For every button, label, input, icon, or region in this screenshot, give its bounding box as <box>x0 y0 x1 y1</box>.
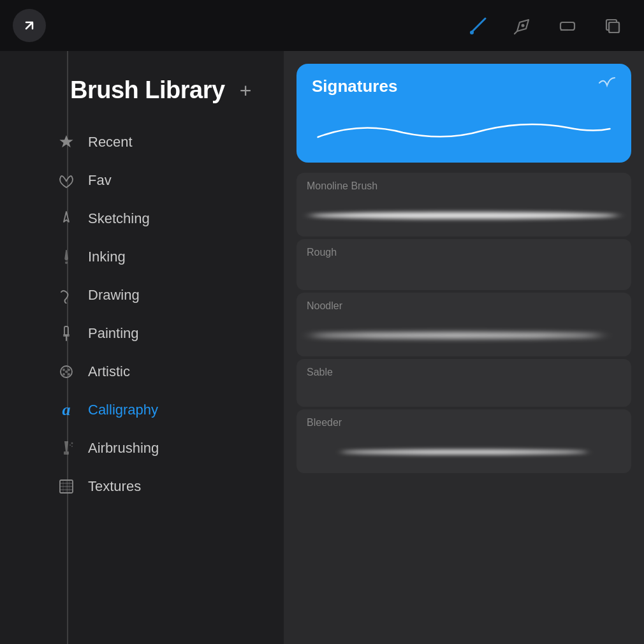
sidebar-title: Brush Library <box>70 77 225 104</box>
svg-point-2 <box>522 24 525 27</box>
canvas-divider <box>67 51 68 644</box>
sidebar-panel: Brush Library + Recent Fav <box>0 51 284 644</box>
svg-point-22 <box>71 443 73 444</box>
brush-item-name-sable: Sable <box>307 367 333 378</box>
inking-label: Inking <box>88 249 126 265</box>
svg-point-17 <box>62 373 65 376</box>
selected-brush-title: Signatures <box>312 77 397 96</box>
nav-list: Recent Fav Sketching <box>0 123 284 506</box>
add-icon: + <box>240 80 252 101</box>
sidebar-item-artistic[interactable]: Artistic <box>51 353 284 391</box>
brush-item-bleeder[interactable]: Bleeder <box>296 409 631 473</box>
sidebar-header: Brush Library + <box>0 51 284 123</box>
sidebar-item-airbrushing[interactable]: Airbrushing <box>51 429 284 467</box>
sidebar-item-inking[interactable]: Inking <box>51 238 284 276</box>
artistic-icon <box>56 362 77 382</box>
content-panel: Signatures Monoline Brush Rough <box>284 51 644 644</box>
svg-point-15 <box>62 369 65 371</box>
textures-icon <box>56 476 77 497</box>
selected-brush-stroke <box>312 112 616 150</box>
back-button[interactable] <box>13 9 46 42</box>
eraser-tool-button[interactable] <box>555 13 580 38</box>
brush-item-name-rough: Rough <box>307 247 337 258</box>
calligraphy-icon: a <box>56 400 77 420</box>
svg-rect-7 <box>609 22 619 33</box>
pen-tool-button[interactable] <box>510 13 536 38</box>
brush-item-noodler[interactable]: Noodler <box>296 293 631 356</box>
drawing-label: Drawing <box>88 287 140 304</box>
sidebar-item-fav[interactable]: Fav <box>51 161 284 200</box>
brush-tool-button[interactable] <box>465 13 491 38</box>
selected-brush-card[interactable]: Signatures <box>296 64 631 163</box>
brush-stroke-blur-noodler <box>309 322 618 349</box>
airbrushing-label: Airbrushing <box>88 440 159 457</box>
recent-label: Recent <box>88 134 133 150</box>
brush-item-name-bleeder: Bleeder <box>307 417 342 428</box>
brush-item-monoline[interactable]: Monoline Brush <box>296 173 631 237</box>
drawing-icon <box>56 285 77 305</box>
star-icon <box>56 132 77 152</box>
painting-icon <box>56 323 77 344</box>
brush-item-sable[interactable]: Sable <box>296 359 631 407</box>
svg-line-0 <box>471 18 485 33</box>
sidebar-item-painting[interactable]: Painting <box>51 314 284 353</box>
sidebar-item-sketching[interactable]: Sketching <box>51 200 284 238</box>
brush-item-rough[interactable]: Rough <box>296 239 631 290</box>
sketching-label: Sketching <box>88 210 150 227</box>
toolbar-tools <box>465 13 631 38</box>
svg-point-23 <box>70 444 71 446</box>
sidebar-item-recent[interactable]: Recent <box>51 123 284 161</box>
airbrushing-icon <box>56 438 77 458</box>
textures-label: Textures <box>88 478 141 495</box>
brush-list: Monoline Brush Rough Noodler Sable Bleed… <box>296 173 631 473</box>
brush-stroke-blur-bleeder <box>309 439 618 465</box>
calligraphy-label: Calligraphy <box>88 402 158 418</box>
sidebar-item-textures[interactable]: Textures <box>51 467 284 506</box>
add-brush-button[interactable]: + <box>233 78 258 103</box>
sidebar-item-drawing[interactable]: Drawing <box>51 276 284 314</box>
svg-rect-4 <box>560 22 574 30</box>
fav-icon <box>56 170 77 191</box>
selected-brush-header: Signatures <box>312 77 616 96</box>
fav-label: Fav <box>88 172 112 189</box>
layers-tool-button[interactable] <box>599 13 625 38</box>
brush-check-icon <box>598 77 616 93</box>
artistic-label: Artistic <box>88 363 130 380</box>
sketching-icon <box>56 209 77 229</box>
svg-line-3 <box>515 31 517 34</box>
toolbar <box>0 0 644 51</box>
brush-item-name-monoline: Monoline Brush <box>307 180 377 192</box>
inking-icon <box>56 247 77 267</box>
svg-point-1 <box>470 31 474 34</box>
brush-stroke-blur-monoline <box>309 202 618 229</box>
brush-item-name-noodler: Noodler <box>307 300 342 312</box>
svg-point-24 <box>71 446 73 447</box>
painting-label: Painting <box>88 325 139 342</box>
sidebar-item-calligraphy[interactable]: a Calligraphy <box>51 391 284 429</box>
